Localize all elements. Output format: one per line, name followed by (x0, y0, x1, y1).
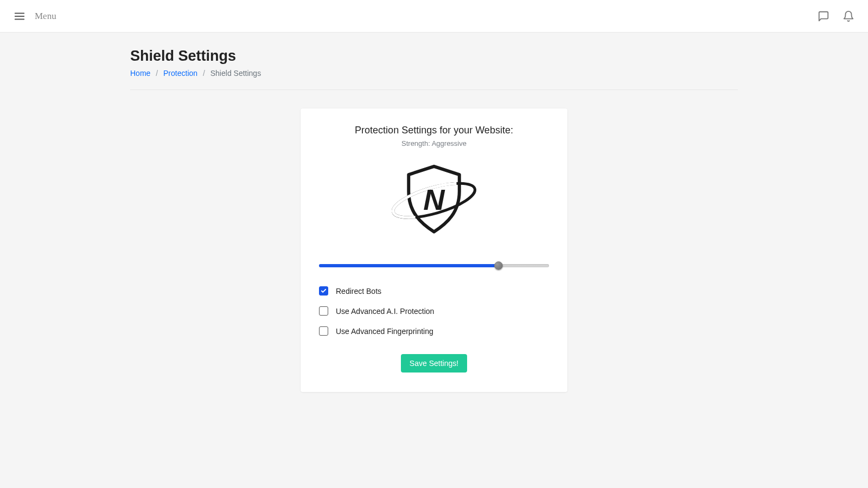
breadcrumb-home[interactable]: Home (130, 69, 150, 78)
card-wrap: Protection Settings for your Website: St… (130, 108, 738, 392)
topbar-left: Menu (13, 10, 56, 23)
strength-value: Aggressive (432, 139, 467, 147)
topbar-right (817, 10, 855, 23)
strength-prefix: Strength: (401, 139, 432, 147)
page: Shield Settings Home / Protection / Shie… (130, 33, 738, 414)
svg-text:N: N (423, 183, 445, 216)
slider-fill (319, 264, 499, 267)
checkbox-label: Use Advanced A.I. Protection (336, 307, 434, 316)
checkbox-label: Redirect Bots (336, 287, 381, 296)
breadcrumb-current: Shield Settings (210, 69, 261, 78)
topbar: Menu (0, 0, 868, 33)
page-title: Shield Settings (130, 48, 738, 65)
menu-label[interactable]: Menu (35, 11, 56, 22)
breadcrumb-protection[interactable]: Protection (163, 69, 197, 78)
checkbox-label: Use Advanced Fingerprinting (336, 327, 433, 336)
checkbox-group: Redirect Bots Use Advanced A.I. Protecti… (319, 286, 549, 336)
checkbox-ai-protection[interactable]: Use Advanced A.I. Protection (319, 306, 549, 316)
bell-icon[interactable] (842, 10, 855, 23)
checkbox-input[interactable] (319, 286, 328, 296)
checkbox-input[interactable] (319, 306, 328, 316)
card-title: Protection Settings for your Website: (319, 125, 549, 136)
breadcrumb-separator: / (156, 69, 158, 78)
save-button[interactable]: Save Settings! (401, 354, 467, 373)
shield-logo: N (319, 162, 549, 237)
slider-thumb[interactable] (494, 261, 503, 270)
card-subtitle: Strength: Aggressive (319, 139, 549, 147)
hamburger-icon[interactable] (13, 10, 26, 23)
checkbox-fingerprinting[interactable]: Use Advanced Fingerprinting (319, 326, 549, 336)
strength-slider[interactable] (319, 259, 549, 272)
checkbox-redirect-bots[interactable]: Redirect Bots (319, 286, 549, 296)
settings-card: Protection Settings for your Website: St… (301, 108, 567, 392)
checkbox-input[interactable] (319, 326, 328, 336)
chat-icon[interactable] (817, 10, 830, 23)
save-wrap: Save Settings! (319, 354, 549, 373)
breadcrumb: Home / Protection / Shield Settings (130, 69, 738, 90)
breadcrumb-separator: / (203, 69, 205, 78)
